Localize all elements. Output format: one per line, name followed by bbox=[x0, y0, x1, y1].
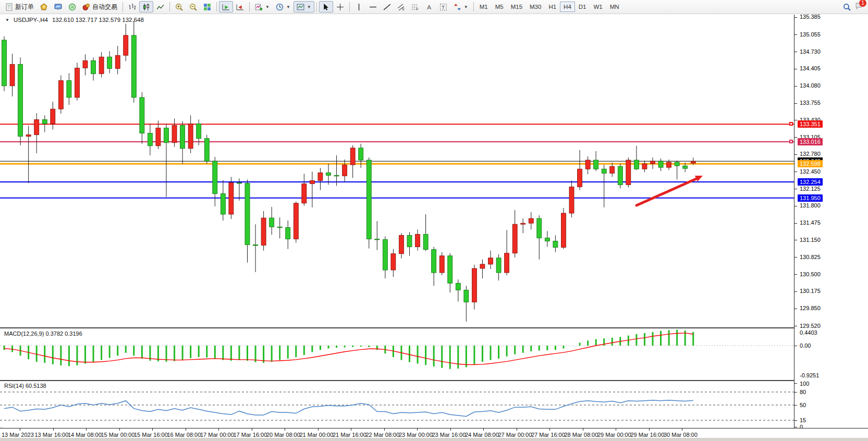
time-axis-tick bbox=[119, 428, 120, 431]
macd-histogram bbox=[4, 330, 693, 369]
candle bbox=[439, 252, 444, 275]
collapse-triangle-icon[interactable]: ▼ bbox=[5, 18, 9, 22]
candlestick-chart-button[interactable] bbox=[139, 1, 153, 13]
macd-pane[interactable] bbox=[0, 328, 794, 380]
axis-tick bbox=[794, 172, 797, 172]
candle bbox=[75, 63, 79, 101]
signals-button[interactable] bbox=[65, 1, 79, 13]
candle bbox=[480, 260, 485, 278]
new-order-button[interactable]: 新订单 bbox=[2, 1, 37, 13]
candle bbox=[164, 124, 169, 197]
signal-radio-icon bbox=[68, 3, 76, 11]
chevron-down-icon: ▼ bbox=[307, 5, 311, 9]
arrows-tool[interactable]: ▼ bbox=[450, 1, 471, 13]
chart-shift-button[interactable] bbox=[233, 1, 247, 13]
chart-symbol-period: USDJPY-,H4 bbox=[14, 17, 48, 23]
trend-arrow-annotation[interactable] bbox=[637, 176, 703, 205]
tf-m5[interactable]: M5 bbox=[492, 2, 507, 12]
bar-chart-button[interactable] bbox=[125, 1, 139, 13]
text-tool[interactable]: A bbox=[422, 1, 436, 13]
vertical-line-tool[interactable] bbox=[352, 1, 366, 13]
axis-tick bbox=[794, 69, 797, 69]
notifications-button[interactable]: 1 bbox=[855, 2, 863, 11]
vertical-line-icon bbox=[355, 3, 363, 11]
line-drag-marker[interactable] bbox=[789, 122, 793, 126]
rsi-pane[interactable] bbox=[0, 381, 794, 427]
auto-scroll-button[interactable] bbox=[219, 1, 233, 13]
candle bbox=[115, 46, 120, 75]
tf-w1[interactable]: W1 bbox=[590, 2, 606, 12]
candle bbox=[366, 157, 371, 249]
strategy-tester-button[interactable] bbox=[51, 1, 65, 13]
autotrade-button[interactable]: 自动交易 bbox=[79, 1, 120, 13]
text-label-tool[interactable]: T bbox=[436, 1, 450, 13]
price-tick-label: 129.850 bbox=[800, 305, 821, 312]
price-axis-column[interactable]: 135.385135.055134.730134.405134.080133.7… bbox=[794, 15, 868, 441]
axis-tick bbox=[794, 189, 797, 189]
zoom-in-icon bbox=[175, 3, 183, 11]
market-depth-button[interactable] bbox=[37, 1, 51, 13]
trendline-icon bbox=[383, 3, 391, 11]
chart-header[interactable]: ▼ USDJPY-,H4 132.610 132.717 132.579 132… bbox=[5, 17, 144, 23]
tf-h1[interactable]: H1 bbox=[545, 2, 560, 12]
fibonacci-tool[interactable]: F bbox=[408, 1, 422, 13]
tf-h4[interactable]: H4 bbox=[560, 2, 575, 12]
candle bbox=[107, 51, 112, 73]
chart-shift-icon bbox=[236, 3, 244, 11]
chevron-down-icon: ▼ bbox=[286, 5, 290, 9]
cursor-button[interactable] bbox=[319, 1, 333, 13]
window-bottom-edge bbox=[0, 438, 868, 441]
candle bbox=[286, 220, 290, 249]
axis-tick bbox=[794, 17, 797, 18]
price-tick-label: 133.755 bbox=[800, 100, 821, 106]
candle bbox=[302, 174, 307, 206]
time-axis-label: 17 Mar 00:00 bbox=[200, 432, 234, 438]
crosshair-button[interactable] bbox=[333, 1, 347, 13]
candle bbox=[642, 161, 647, 172]
price-tick-label: 130.500 bbox=[800, 271, 821, 278]
ohlc-bars-icon bbox=[128, 3, 136, 11]
time-axis-tick bbox=[252, 428, 252, 431]
periods-button[interactable]: ▼ bbox=[273, 1, 294, 13]
candle bbox=[448, 253, 453, 293]
price-level-tag: 133.351 bbox=[798, 120, 823, 128]
price-tick-label: 132.780 bbox=[800, 151, 821, 157]
line-drag-marker[interactable] bbox=[789, 140, 793, 143]
candle bbox=[512, 210, 517, 258]
notification-badge: 1 bbox=[859, 0, 866, 7]
tf-m30[interactable]: M30 bbox=[526, 2, 545, 12]
search-icon[interactable] bbox=[843, 3, 851, 11]
tf-m1[interactable]: M1 bbox=[476, 2, 492, 12]
price-tick-label: 134.405 bbox=[800, 65, 821, 72]
candle bbox=[383, 236, 387, 278]
time-axis-tick bbox=[649, 428, 650, 431]
tf-mn[interactable]: MN bbox=[606, 2, 623, 12]
trendline-tool[interactable] bbox=[380, 1, 394, 13]
tf-d1[interactable]: D1 bbox=[575, 2, 590, 12]
auto-scroll-icon bbox=[222, 3, 230, 11]
candle bbox=[310, 172, 314, 207]
candle bbox=[42, 115, 47, 132]
tf-m15[interactable]: M15 bbox=[507, 2, 526, 12]
candle bbox=[407, 232, 412, 255]
templates-button[interactable]: ▼ bbox=[294, 1, 314, 13]
add-indicator-button[interactable]: ▼ bbox=[252, 1, 273, 13]
pane-separator[interactable] bbox=[0, 327, 794, 328]
candle bbox=[553, 235, 558, 252]
zoom-out-button[interactable] bbox=[186, 1, 200, 13]
new-order-label: 新订单 bbox=[15, 3, 34, 11]
line-chart-button[interactable] bbox=[153, 1, 167, 13]
chevron-down-icon: ▼ bbox=[464, 5, 468, 9]
equidistant-channel-tool[interactable]: E bbox=[394, 1, 408, 13]
price-level-tag: 132.254 bbox=[798, 178, 823, 186]
tile-windows-button[interactable] bbox=[200, 1, 214, 13]
price-chart[interactable] bbox=[0, 15, 794, 327]
horizontal-line-tool[interactable] bbox=[366, 1, 380, 13]
zoom-in-button[interactable] bbox=[172, 1, 186, 13]
macd-zero-label: 0.00 bbox=[800, 342, 811, 349]
time-axis-tick bbox=[417, 428, 418, 431]
time-axis-label: 29 Mar 00:00 bbox=[597, 432, 631, 438]
price-level-tag: 132.598 bbox=[798, 160, 823, 167]
price-tick-label: 131.150 bbox=[800, 237, 821, 243]
pane-separator[interactable] bbox=[0, 380, 794, 381]
